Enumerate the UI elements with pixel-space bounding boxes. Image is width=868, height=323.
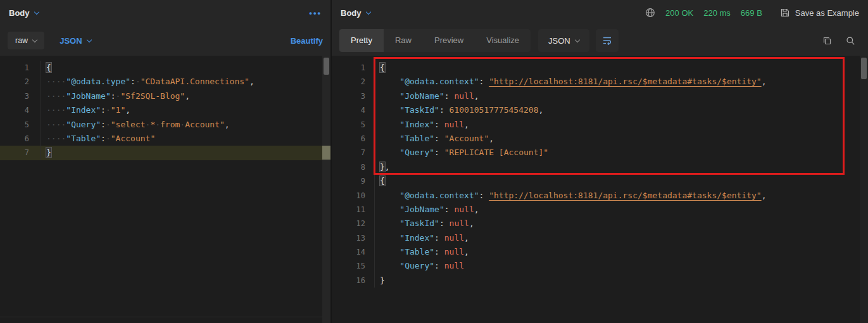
code-text: "Query": null bbox=[374, 259, 868, 273]
code-line-11: 11 "JobName": null, bbox=[332, 203, 868, 217]
line-number: 6 bbox=[0, 132, 29, 146]
code-line-3[interactable]: 3····"JobName":·"Sf2SQL-Blog", bbox=[0, 89, 330, 103]
code-line-15: 15 "Query": null bbox=[332, 259, 868, 273]
vertical-scrollbar[interactable] bbox=[322, 56, 330, 323]
request-code-lines: 1{2····"@odata.type":·"CDataAPI.Connecti… bbox=[0, 61, 330, 160]
code-line-4: 4 "TaskId": 610010517775454208, bbox=[332, 103, 868, 117]
code-text: "Table": "Account", bbox=[374, 132, 868, 146]
code-text: { bbox=[374, 174, 868, 188]
request-body-title: Body bbox=[9, 8, 30, 18]
code-line-16: 16} bbox=[332, 274, 868, 288]
code-line-6: 6 "Table": "Account", bbox=[332, 132, 868, 146]
line-number: 3 bbox=[332, 89, 365, 103]
vertical-scrollbar[interactable] bbox=[860, 56, 868, 323]
code-text: ····"JobName":·"Sf2SQL-Blog", bbox=[41, 89, 330, 103]
language-dropdown[interactable]: JSON bbox=[60, 36, 91, 46]
code-text: "JobName": null, bbox=[374, 89, 868, 103]
code-text: { bbox=[374, 61, 868, 75]
code-line-13: 13 "Index": null, bbox=[332, 231, 868, 245]
code-line-2[interactable]: 2····"@odata.type":·"CDataAPI.Connection… bbox=[0, 75, 330, 89]
chevron-down-icon bbox=[32, 37, 37, 42]
wrap-lines-button[interactable] bbox=[596, 29, 619, 52]
code-text: "TaskId": 610010517775454208, bbox=[374, 103, 868, 117]
code-text: { bbox=[41, 61, 330, 75]
tab-visualize[interactable]: Visualize bbox=[475, 29, 531, 52]
request-body-header: Body ••• bbox=[0, 0, 330, 25]
code-text: ····"Table":·"Account" bbox=[41, 132, 330, 146]
response-language-label: JSON bbox=[548, 36, 570, 46]
search-icon[interactable] bbox=[846, 36, 855, 46]
language-label: JSON bbox=[60, 36, 82, 46]
code-text: } bbox=[41, 146, 330, 160]
line-number: 12 bbox=[332, 217, 365, 231]
line-number: 5 bbox=[0, 118, 29, 132]
code-line-12: 12 "TaskId": null, bbox=[332, 217, 868, 231]
line-number: 4 bbox=[0, 103, 29, 117]
beautify-button[interactable]: Beautify bbox=[291, 36, 323, 46]
code-text: ····"Index":·"1", bbox=[41, 103, 330, 117]
code-line-1[interactable]: 1{ bbox=[0, 61, 330, 75]
response-language-dropdown[interactable]: JSON bbox=[538, 29, 589, 52]
line-number: 1 bbox=[0, 61, 29, 75]
line-number: 6 bbox=[332, 132, 365, 146]
code-text: "Query": "REPLICATE [Account]" bbox=[374, 146, 868, 160]
postman-body-panels: Body ••• raw JSON Beautify 1{2····"@odat… bbox=[0, 0, 868, 323]
line-number: 2 bbox=[332, 75, 365, 89]
response-time[interactable]: 220 ms bbox=[703, 8, 731, 18]
response-body-panel: Body 200 OK 220 ms 669 B Save as Example… bbox=[332, 0, 868, 323]
code-text: "@odata.context": "http://localhost:8181… bbox=[374, 189, 868, 203]
horizontal-scrollbar[interactable] bbox=[0, 317, 322, 323]
code-line-7[interactable]: 7} bbox=[0, 146, 330, 160]
response-view-toolbar: PrettyRawPreviewVisualize JSON bbox=[332, 25, 868, 56]
line-number: 13 bbox=[332, 231, 365, 245]
scrollbar-thumb[interactable] bbox=[861, 58, 867, 79]
line-number: 7 bbox=[332, 146, 365, 160]
line-number: 16 bbox=[332, 274, 365, 288]
globe-icon bbox=[645, 8, 655, 18]
chevron-down-icon[interactable] bbox=[365, 10, 370, 15]
cursor-line-marker bbox=[322, 146, 330, 160]
response-body-viewer[interactable]: 1{2 "@odata.context": "http://localhost:… bbox=[332, 56, 868, 323]
more-options-icon[interactable]: ••• bbox=[309, 8, 322, 18]
code-text: "Table": null, bbox=[374, 245, 868, 259]
save-as-example-button[interactable]: Save as Example bbox=[780, 8, 859, 18]
chevron-down-icon[interactable] bbox=[34, 10, 39, 15]
code-text: ····"@odata.type":·"CDataAPI.Connections… bbox=[41, 75, 330, 89]
request-body-panel: Body ••• raw JSON Beautify 1{2····"@odat… bbox=[0, 0, 332, 323]
code-line-1: 1{ bbox=[332, 61, 868, 75]
body-type-dropdown[interactable]: raw bbox=[8, 32, 44, 49]
line-number: 14 bbox=[332, 245, 365, 259]
response-actions bbox=[822, 36, 860, 46]
tab-preview[interactable]: Preview bbox=[423, 29, 475, 52]
code-line-2: 2 "@odata.context": "http://localhost:81… bbox=[332, 75, 868, 89]
status-badge[interactable]: 200 OK bbox=[665, 8, 693, 18]
response-meta: 200 OK 220 ms 669 B Save as Example bbox=[645, 8, 859, 18]
code-line-14: 14 "Table": null, bbox=[332, 245, 868, 259]
scrollbar-thumb[interactable] bbox=[324, 58, 329, 75]
tab-raw[interactable]: Raw bbox=[384, 29, 423, 52]
body-type-label: raw bbox=[15, 36, 28, 45]
code-line-5[interactable]: 5····"Query":·"select·*·from·Account", bbox=[0, 118, 330, 132]
code-line-6[interactable]: 6····"Table":·"Account" bbox=[0, 132, 330, 146]
code-line-10: 10 "@odata.context": "http://localhost:8… bbox=[332, 189, 868, 203]
code-text: "JobName": null, bbox=[374, 203, 868, 217]
response-size[interactable]: 669 B bbox=[741, 8, 762, 18]
line-number: 5 bbox=[332, 118, 365, 132]
save-as-example-label: Save as Example bbox=[795, 8, 859, 18]
code-line-4[interactable]: 4····"Index":·"1", bbox=[0, 103, 330, 117]
code-line-5: 5 "Index": null, bbox=[332, 118, 868, 132]
request-body-editor[interactable]: 1{2····"@odata.type":·"CDataAPI.Connecti… bbox=[0, 56, 330, 323]
code-line-8: 8}, bbox=[332, 160, 868, 174]
line-number: 4 bbox=[332, 103, 365, 117]
code-text: ····"Query":·"select·*·from·Account", bbox=[41, 118, 330, 132]
code-text: "TaskId": null, bbox=[374, 217, 868, 231]
save-icon bbox=[780, 8, 790, 18]
code-text: "@odata.context": "http://localhost:8181… bbox=[374, 75, 868, 89]
line-number: 11 bbox=[332, 203, 365, 217]
line-number: 15 bbox=[332, 259, 365, 273]
code-text: "Index": null, bbox=[374, 231, 868, 245]
line-number: 2 bbox=[0, 75, 29, 89]
copy-icon[interactable] bbox=[822, 36, 832, 46]
code-line-3: 3 "JobName": null, bbox=[332, 89, 868, 103]
tab-pretty[interactable]: Pretty bbox=[339, 29, 384, 52]
